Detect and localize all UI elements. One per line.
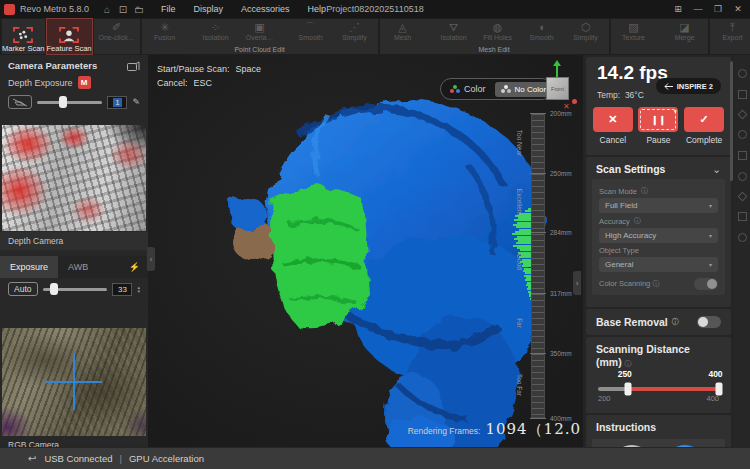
device-button[interactable]: INSPIRE 2	[656, 78, 721, 94]
color-scanning-toggle[interactable]	[694, 278, 718, 290]
complete-scan-button[interactable]: ✓	[684, 107, 724, 132]
mesh-button[interactable]: ◬ Mesh	[384, 20, 422, 41]
cube-front-face[interactable]: Front	[546, 77, 569, 100]
new-project-icon[interactable]: ⊡	[115, 4, 131, 15]
rgb-exposure-slider[interactable]	[43, 288, 108, 291]
base-removal-card: Base Removalⓘ	[586, 309, 731, 335]
zone-far: Far	[516, 318, 523, 328]
layout-icon[interactable]: ⊞	[670, 2, 686, 16]
flash-icon[interactable]: ⚡	[129, 256, 148, 278]
pc-smooth-button[interactable]: ⌒ Smooth	[292, 20, 330, 41]
scanning-distance-slider[interactable]: 250 400 200 400	[598, 387, 719, 391]
pause-icon: ❙❙	[651, 115, 666, 125]
side-tool-icon[interactable]	[738, 69, 747, 78]
depth-exposure-slider[interactable]	[37, 101, 102, 104]
fusion-button[interactable]: ✳ Fusion	[146, 20, 184, 41]
mesh-isolation-button[interactable]: ⛛ Isolation	[435, 20, 473, 41]
pc-isolation-button[interactable]: ⁘ Isolation	[197, 20, 235, 41]
value-stepper[interactable]: ▴▾	[137, 285, 140, 293]
color-option[interactable]: Color	[441, 78, 495, 100]
merge-button[interactable]: ◪ Merge	[666, 20, 704, 41]
mesh-smooth-button[interactable]: ◖ Smooth	[523, 20, 561, 41]
side-tool-icon[interactable]	[738, 233, 747, 242]
scan-settings-title: Scan Settings	[596, 163, 665, 175]
minimize-button[interactable]: —	[690, 2, 706, 16]
tab-exposure[interactable]: Exposure	[0, 256, 58, 278]
depth-exposure-input[interactable]: 1	[107, 96, 127, 109]
scale-tick-350: 350mm	[550, 350, 572, 357]
close-button[interactable]: ✕	[730, 2, 746, 16]
app-logo-icon	[4, 4, 15, 15]
menu-bar: File Display Accessories Help	[161, 4, 326, 14]
side-tool-icon[interactable]	[738, 212, 747, 221]
side-tool-icon[interactable]	[738, 172, 747, 181]
rgb-settings-tabs: Exposure AWB ⚡	[0, 256, 148, 278]
collapse-right-panel-handle[interactable]: ›	[573, 271, 581, 295]
menu-display[interactable]: Display	[194, 4, 224, 14]
feature-scan-label: Feature Scan	[47, 44, 92, 53]
status-bar: ↩ USB Connected | GPU Acceleration	[0, 447, 750, 469]
zone-too-far: Too Far	[516, 374, 523, 396]
texture-button[interactable]: ▨ Texture	[615, 20, 653, 41]
auto-exposure-button[interactable]: Auto	[8, 282, 38, 296]
pc-simplify-button[interactable]: ⋰ Simplify	[336, 20, 374, 41]
object-type-select[interactable]: General ▾	[599, 257, 718, 272]
feature-scan-button[interactable]: Feature Scan	[47, 19, 92, 54]
revo-metro-window: Revo Metro 5.8.0 ⌂ ⊡ 🗀 File Display Acce…	[0, 0, 750, 469]
rgb-exposure-input[interactable]: 33	[112, 283, 132, 296]
depth-exposure-slider-handle[interactable]	[59, 96, 67, 108]
side-tool-strip	[734, 55, 750, 447]
scale-tick-317: 317mm	[550, 290, 572, 297]
open-folder-icon[interactable]: 🗀	[131, 4, 147, 15]
edit-value-icon[interactable]: ✎	[132, 99, 140, 106]
panel-scrollbar[interactable]	[730, 61, 733, 181]
menu-accessories[interactable]: Accessories	[241, 4, 290, 14]
caret-down-icon: ▾	[709, 261, 712, 268]
depth-exposure-label: Depth Exposure	[8, 78, 73, 88]
simplify-icon: ⋰	[349, 21, 360, 33]
flash-off-icon[interactable]	[8, 95, 32, 109]
camera-popout-icon[interactable]	[127, 61, 140, 71]
mesh-simplify-button[interactable]: ⬡ Simplify	[567, 20, 605, 41]
depth-scale-bar	[531, 113, 545, 418]
back-arrow-icon	[664, 83, 673, 90]
one-click-button[interactable]: ✐ One-click…	[98, 20, 136, 41]
fill-holes-button[interactable]: ◍ Fill Holes	[479, 20, 517, 41]
tab-awb[interactable]: AWB	[58, 256, 98, 278]
collapse-left-panel-handle[interactable]: ‹	[147, 247, 155, 271]
fusion-icon: ✳	[160, 21, 169, 33]
menu-file[interactable]: File	[161, 4, 176, 14]
side-tool-icon[interactable]	[738, 130, 747, 139]
overlap-button[interactable]: ▣ Overla…	[241, 20, 279, 41]
manual-mode-badge[interactable]: M	[78, 76, 91, 89]
cancel-scan-button[interactable]: ✕	[593, 107, 633, 132]
isolation-icon: ⁘	[211, 21, 220, 33]
base-removal-toggle[interactable]	[697, 316, 721, 328]
info-icon: ⓘ	[652, 280, 659, 287]
pause-scan-button[interactable]: ❙❙▾	[638, 107, 678, 132]
side-tool-icon[interactable]	[737, 192, 747, 202]
marker-scan-button[interactable]: Marker Scan	[2, 19, 45, 54]
menu-help[interactable]: Help	[308, 4, 327, 14]
scanning-distance-title: Scanning Distance	[596, 343, 690, 355]
distance-low-handle[interactable]: 250	[625, 383, 632, 396]
caret-down-icon: ▾	[709, 202, 712, 209]
distance-min-label: 200	[598, 394, 611, 403]
export-icon: ⤒	[730, 21, 735, 33]
scan-viewport[interactable]: Start/Pause Scan:Space Cancel:ESC Color …	[148, 55, 583, 447]
rgb-exposure-slider-handle[interactable]	[50, 283, 58, 295]
accuracy-select[interactable]: High Accuracy ▾	[599, 228, 718, 243]
mesh-icon: ◬	[398, 21, 406, 33]
export-button[interactable]: ⤒ Export	[714, 20, 750, 41]
side-tool-icon[interactable]	[737, 110, 747, 120]
depth-camera-label: Depth Camera	[0, 232, 148, 250]
side-tool-icon[interactable]	[738, 151, 747, 160]
chevron-down-icon[interactable]: ⌄	[712, 163, 721, 175]
scan-mode-select[interactable]: Full Field ▾	[599, 198, 718, 213]
scale-tick-200: 200mm	[550, 110, 572, 117]
restore-button[interactable]: ❐	[710, 2, 726, 16]
side-tool-icon[interactable]	[738, 90, 747, 99]
home-icon[interactable]: ⌂	[99, 4, 115, 15]
orientation-cube[interactable]: Front	[538, 63, 578, 107]
color-dots-icon	[450, 85, 460, 94]
